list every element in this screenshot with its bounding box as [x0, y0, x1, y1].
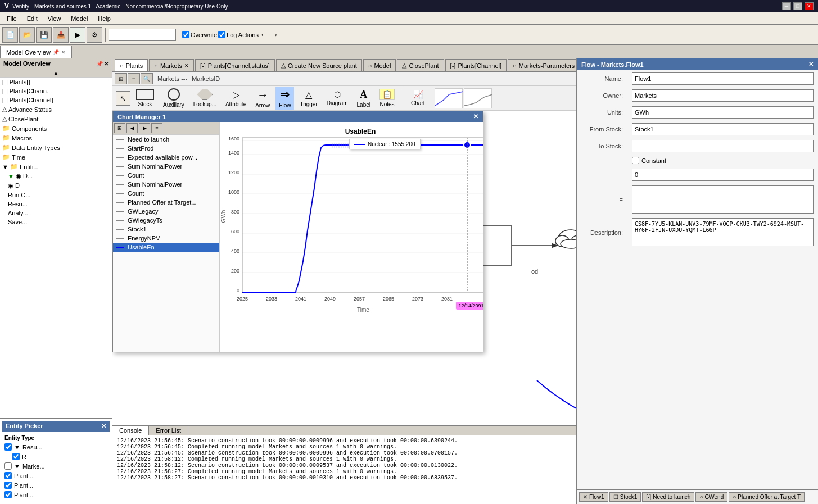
tree-item-time[interactable]: 📁 Time [0, 152, 112, 162]
sidebar-pin[interactable]: 📌 [96, 61, 103, 67]
palette-notes[interactable]: 📋 Notes [376, 88, 398, 108]
entity-check-2[interactable] [12, 453, 20, 460]
series-need-to-launch[interactable]: Need to launch [113, 135, 219, 144]
entity-check-1[interactable] [4, 443, 12, 451]
palette-arrow[interactable]: → Arrow [252, 87, 273, 110]
tree-item-analy[interactable]: Analy... [0, 208, 112, 217]
settings-button[interactable]: ⚙ [87, 27, 102, 43]
menu-edit[interactable]: Edit [22, 14, 42, 23]
tree-item-close-plant[interactable]: △ ClosePlant [0, 114, 112, 124]
series-sum-nominal-1[interactable]: Sum NominalPower [113, 162, 219, 171]
tree-item-macros[interactable]: 📁 Macros [0, 133, 112, 143]
series-sum-nominal-2[interactable]: Sum NominalPower [113, 180, 219, 189]
series-list-btn[interactable]: ≡ [151, 123, 162, 133]
entity-check-3[interactable] [4, 462, 12, 470]
tree-item-run[interactable]: Run C... [0, 190, 112, 199]
list-view-btn[interactable]: ≡ [128, 73, 140, 84]
tab-markets[interactable]: ○ Markets ✕ [149, 59, 194, 71]
select-tool[interactable]: ↖ [116, 91, 130, 106]
tab-model-overview[interactable]: Model Overview 📌 ✕ [0, 46, 72, 58]
menu-file[interactable]: File [2, 14, 21, 23]
minimize-button[interactable]: ─ [782, 2, 791, 10]
close-model-overview[interactable]: ✕ [61, 49, 66, 55]
formula-area[interactable] [632, 185, 814, 214]
series-energynpv[interactable]: EnergyNPV [113, 234, 219, 243]
entity-check-4[interactable] [4, 472, 12, 479]
series-startprod[interactable]: StartProd [113, 144, 219, 153]
flow-panel-close[interactable]: ✕ [808, 61, 814, 68]
entity-check-5[interactable] [4, 482, 12, 489]
tree-item-d1[interactable]: ▼ ◉ D... [0, 171, 112, 181]
tree-item-plants-channel[interactable]: [-] Plants[Channel] [0, 96, 112, 105]
series-add-btn[interactable]: ⊞ [114, 123, 125, 133]
palette-flow[interactable]: ⇒ Flow [275, 87, 294, 110]
series-prev-btn[interactable]: ◀ [126, 123, 138, 133]
zoom-btn[interactable]: 🔍 [141, 73, 153, 84]
grid-view-btn[interactable]: ⊞ [115, 73, 127, 84]
run-button[interactable]: ▶ [70, 27, 85, 43]
palette-label[interactable]: A Label [354, 88, 374, 109]
owner-input[interactable] [632, 89, 814, 102]
series-planned-offer[interactable]: Planned Offer at Target... [113, 198, 219, 207]
series-next-btn[interactable]: ▶ [139, 123, 150, 133]
log-actions-checkbox[interactable] [218, 31, 225, 38]
menu-help[interactable]: Help [93, 14, 115, 23]
rp-tab-gwend[interactable]: ○ GWend [695, 492, 727, 502]
tab-error-list[interactable]: Error List [149, 426, 188, 435]
tab-console[interactable]: Console [112, 426, 149, 435]
forward-arrow[interactable]: → [270, 30, 279, 40]
sidebar-close[interactable]: ✕ [104, 61, 109, 67]
back-arrow[interactable]: ← [260, 30, 269, 40]
series-count-2[interactable]: Count [113, 189, 219, 198]
constant-checkbox[interactable] [632, 157, 639, 164]
tree-item-save[interactable]: Save... [0, 217, 112, 226]
pin-icon[interactable]: 📌 [53, 49, 59, 55]
tree-item-resu[interactable]: Resu... [0, 199, 112, 208]
tree-item-advance-status[interactable]: △ Advance Status [0, 105, 112, 114]
overwrite-check[interactable]: Overwrite [182, 31, 217, 38]
tab-close-plant[interactable]: △ ClosePlant [397, 59, 444, 71]
open-button[interactable]: 📂 [19, 27, 35, 43]
log-actions-check[interactable]: Log Actions [218, 31, 259, 38]
series-gwlegacyts[interactable]: GWlegacyTs [113, 216, 219, 225]
menu-model[interactable]: Model [66, 14, 92, 23]
tab-plants-channel[interactable]: [-] Plants[Channel] [445, 59, 507, 71]
tab-markets-params[interactable]: ○ Markets-Parameters [508, 59, 576, 71]
new-button[interactable]: 📄 [2, 27, 18, 43]
from-stock-input[interactable] [632, 123, 814, 135]
save-as-button[interactable]: 📥 [53, 27, 69, 43]
series-usableen[interactable]: UsableEn [113, 243, 219, 252]
menu-view[interactable]: View [43, 14, 66, 23]
series-expected-power[interactable]: Expected available pow... [113, 153, 219, 162]
palette-chart[interactable]: 📈 Chart [408, 89, 428, 107]
rp-tab-flow1[interactable]: ✕ Flow1 [579, 492, 608, 502]
palette-trigger[interactable]: △ Trigger [296, 88, 320, 108]
description-input[interactable]: CS8F-7YU5-KLAN-UNV3-79MF-VQGP-CKU3-TWY2-… [632, 218, 814, 246]
value-input[interactable] [632, 169, 814, 181]
chart-thumb-2[interactable] [464, 88, 492, 108]
palette-diagram[interactable]: ⬡ Diagram [323, 89, 351, 107]
series-gwlegacy[interactable]: GWLegacy [113, 207, 219, 216]
tree-item-plants-arr[interactable]: [-] Plants[] [0, 78, 112, 87]
save-button[interactable]: 💾 [36, 27, 52, 43]
palette-auxiliary[interactable]: Auxiliary [160, 87, 188, 109]
tree-scroll-up[interactable]: ▲ [0, 69, 112, 78]
rp-tab-need-to-launch[interactable]: [-] Need to launch [642, 492, 694, 502]
to-stock-input[interactable] [632, 140, 814, 152]
tree-item-components[interactable]: 📁 Components [0, 124, 112, 133]
entity-picker-close[interactable]: ✕ [101, 423, 106, 430]
close-markets-tab[interactable]: ✕ [184, 63, 189, 69]
tab-plants[interactable]: ○ Plants [115, 59, 148, 71]
canvas-area[interactable]: Model ductionSpan [112, 111, 576, 425]
tree-item-d2[interactable]: ◉ D [0, 181, 112, 190]
series-count-1[interactable]: Count [113, 171, 219, 180]
rp-tab-planned-offer[interactable]: ○ Planned Offer at Target T [729, 492, 805, 502]
palette-lookup[interactable]: Lookup... [190, 88, 220, 108]
palette-stock[interactable]: Stock [133, 88, 157, 108]
search-input[interactable] [109, 29, 176, 41]
tree-item-entiti[interactable]: ▼ 📁 Entiti... [0, 162, 112, 171]
maximize-button[interactable]: □ [793, 2, 802, 10]
entity-check-6[interactable] [4, 491, 12, 498]
chart-thumb-1[interactable] [435, 88, 463, 108]
tab-model[interactable]: ○ Model [363, 59, 396, 71]
